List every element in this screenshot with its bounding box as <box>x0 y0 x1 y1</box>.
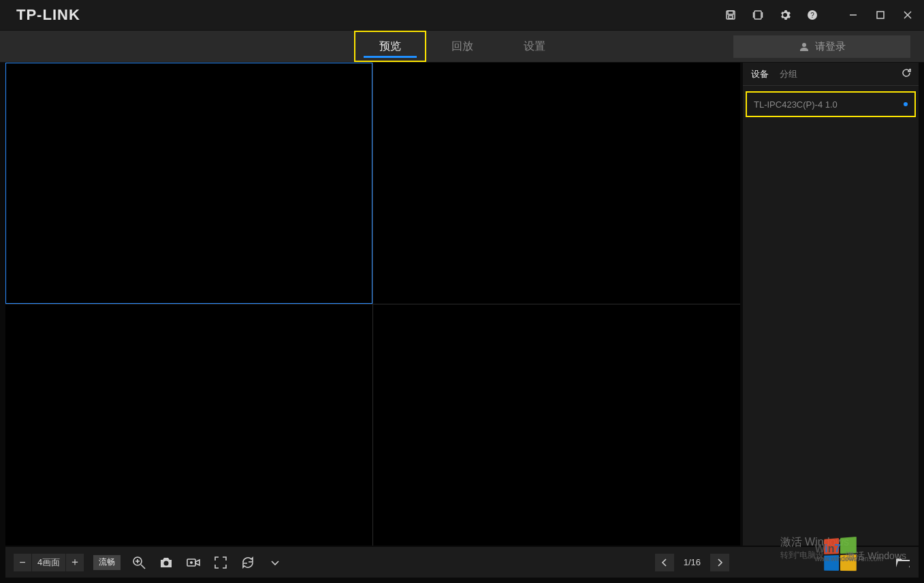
svg-point-16 <box>164 561 169 565</box>
zoom-icon[interactable] <box>130 554 148 571</box>
svg-point-18 <box>190 561 193 564</box>
fullscreen-icon[interactable] <box>212 554 229 571</box>
maximize-button[interactable] <box>867 0 894 30</box>
svg-text:?: ? <box>810 12 814 19</box>
open-folder-icon[interactable] <box>895 556 910 569</box>
layout-stepper: − 4画面 ＋ <box>14 554 84 571</box>
sidebar-tab-group[interactable]: 分组 <box>780 68 797 80</box>
video-pane-2[interactable] <box>373 63 740 304</box>
refresh-icon[interactable] <box>901 67 912 80</box>
layout-label[interactable]: 4画面 <box>32 554 65 571</box>
page-next-button[interactable] <box>710 554 729 571</box>
tab-settings[interactable]: 设置 <box>498 31 571 62</box>
tab-playback[interactable]: 回放 <box>426 31 498 62</box>
video-pane-3[interactable] <box>5 304 372 546</box>
svg-rect-3 <box>754 11 761 19</box>
snapshot-icon[interactable] <box>157 554 175 571</box>
device-name: TL-IPC423C(P)-4 1.0 <box>754 99 838 110</box>
sidebar-tabs: 设备 分组 <box>743 63 919 86</box>
main-area: 设备 分组 TL-IPC423C(P)-4 1.0 <box>5 63 919 546</box>
sidebar: 设备 分组 TL-IPC423C(P)-4 1.0 <box>743 63 919 546</box>
minimize-button[interactable] <box>840 0 867 30</box>
pager: 1/16 <box>655 554 729 571</box>
login-label: 请登录 <box>815 40 846 53</box>
gear-icon[interactable] <box>771 0 799 30</box>
dropdown-icon[interactable] <box>266 554 284 571</box>
titlebar-right: ? <box>717 0 921 30</box>
layout-plus-button[interactable]: ＋ <box>66 554 84 571</box>
device-row[interactable]: TL-IPC423C(P)-4 1.0 <box>746 91 916 117</box>
sidebar-tab-device[interactable]: 设备 <box>751 68 769 80</box>
layout-minus-button[interactable]: − <box>14 554 31 571</box>
device-list: TL-IPC423C(P)-4 1.0 <box>743 86 919 546</box>
video-pane-1[interactable] <box>5 63 372 304</box>
footer-toolbar: − 4画面 ＋ 流畅 1/16 <box>5 547 919 578</box>
svg-rect-9 <box>877 12 884 18</box>
main-tabbar: 预览 回放 设置 请登录 <box>0 30 924 63</box>
main-tabs: 预览 回放 设置 <box>354 31 571 62</box>
svg-rect-1 <box>728 11 733 14</box>
disk-icon[interactable] <box>717 0 744 30</box>
svg-rect-2 <box>729 16 733 18</box>
page-prev-button[interactable] <box>655 554 674 571</box>
help-icon[interactable]: ? <box>799 0 826 30</box>
app-logo: TP-LINK <box>16 6 80 24</box>
screen-icon[interactable] <box>744 0 771 30</box>
video-grid <box>5 63 740 546</box>
status-indicator-icon <box>904 102 908 106</box>
page-indicator: 1/16 <box>677 557 707 567</box>
login-button[interactable]: 请登录 <box>733 35 910 58</box>
video-pane-4[interactable] <box>373 304 740 546</box>
quality-button[interactable]: 流畅 <box>93 555 121 570</box>
tab-preview[interactable]: 预览 <box>354 31 426 62</box>
record-icon[interactable] <box>185 554 202 571</box>
titlebar: TP-LINK ? <box>0 0 924 30</box>
close-button[interactable] <box>894 0 921 30</box>
sync-icon[interactable] <box>239 554 257 571</box>
user-icon <box>799 42 810 52</box>
svg-line-13 <box>141 565 145 569</box>
